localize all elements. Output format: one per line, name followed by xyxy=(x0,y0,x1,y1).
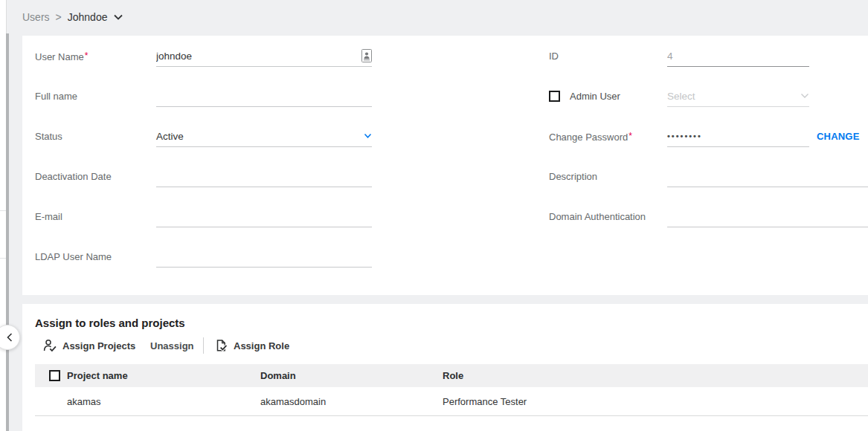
password-masked-value: •••••••• xyxy=(667,132,809,140)
assign-role-icon xyxy=(214,339,228,352)
column-header-domain: Domain xyxy=(260,370,443,381)
table-header-row: Project name Domain Role xyxy=(35,364,868,387)
projects-roles-table: Project name Domain Role akamas akamasdo… xyxy=(35,364,868,416)
breadcrumb-current-label: Johndoe xyxy=(68,11,108,23)
admin-user-select xyxy=(667,88,800,103)
toolbar-divider xyxy=(203,337,204,354)
side-panel-divider xyxy=(0,258,6,259)
panel-divider-line xyxy=(6,0,7,33)
change-password-row: Change Password* •••••••• CHANGE xyxy=(22,126,868,147)
change-password-label: Change Password* xyxy=(549,126,675,148)
assign-toolbar: Assign Projects Unassign Assign Role xyxy=(22,334,868,357)
breadcrumb-separator: > xyxy=(56,11,62,23)
admin-user-row: Admin User xyxy=(22,85,868,107)
assign-projects-label: Assign Projects xyxy=(62,340,135,351)
breadcrumb-current-dropdown[interactable]: Johndoe xyxy=(68,11,123,23)
id-label: ID xyxy=(549,45,675,67)
assign-projects-button[interactable]: Assign Projects xyxy=(43,334,135,357)
unassign-label: Unassign xyxy=(150,340,194,351)
domain-authentication-input[interactable] xyxy=(667,209,868,224)
side-panel-divider xyxy=(0,210,6,211)
cell-role: Performance Tester xyxy=(443,396,868,407)
column-header-project-name: Project name xyxy=(67,370,260,381)
required-asterisk: * xyxy=(629,131,632,141)
description-row: Description xyxy=(22,166,868,187)
chevron-down-icon xyxy=(800,93,809,99)
panel-collapse-button[interactable] xyxy=(0,325,20,350)
assign-role-label: Assign Role xyxy=(234,340,289,351)
panel-scrollbar[interactable] xyxy=(6,33,9,431)
user-details-card: User Name* ID Full name xyxy=(22,36,868,295)
collapsed-side-panel xyxy=(0,0,6,431)
change-password-button[interactable]: CHANGE xyxy=(817,126,860,147)
admin-user-checkbox[interactable] xyxy=(549,91,560,102)
id-input xyxy=(667,48,809,63)
assign-role-button[interactable]: Assign Role xyxy=(214,334,289,357)
id-row: ID xyxy=(22,45,868,67)
assign-roles-projects-card: Assign to roles and projects Assign Proj… xyxy=(22,304,868,431)
ldap-user-name-label: LDAP User Name xyxy=(35,246,161,268)
description-input[interactable] xyxy=(667,169,868,184)
chevron-down-icon xyxy=(114,14,123,20)
breadcrumb: Users > Johndoe xyxy=(22,10,123,25)
domain-authentication-label: Domain Authentication xyxy=(549,206,675,227)
domain-authentication-row: Domain Authentication xyxy=(22,206,868,227)
admin-user-label: Admin User xyxy=(570,91,620,102)
chevron-left-icon xyxy=(7,333,13,342)
description-label: Description xyxy=(549,166,675,187)
unassign-button[interactable]: Unassign xyxy=(150,334,194,357)
assign-projects-icon xyxy=(43,339,57,352)
table-row[interactable]: akamas akamasdomain Performance Tester xyxy=(35,387,868,416)
breadcrumb-users-link[interactable]: Users xyxy=(22,11,50,23)
assign-section-title: Assign to roles and projects xyxy=(35,317,185,329)
cell-project-name: akamas xyxy=(67,396,260,407)
select-all-checkbox[interactable] xyxy=(49,370,60,381)
ldap-user-name-input[interactable] xyxy=(156,249,372,264)
cell-domain: akamasdomain xyxy=(260,396,443,407)
ldap-user-name-row: LDAP User Name xyxy=(22,246,868,268)
column-header-role: Role xyxy=(443,370,868,381)
